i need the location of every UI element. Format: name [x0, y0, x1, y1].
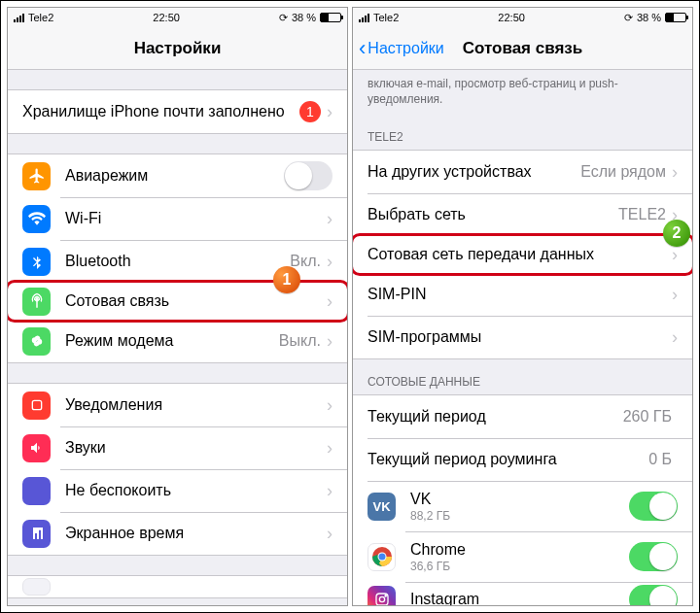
clock: 22:50	[498, 12, 525, 23]
sounds-label: Звуки	[65, 439, 327, 457]
screentime-label: Экранное время	[65, 525, 327, 542]
cellular-icon	[22, 288, 51, 316]
battery-icon	[320, 13, 341, 22]
roaming-period-value: 0 Б	[648, 451, 672, 468]
app-usage-instagram-row[interactable]: Instagram	[353, 582, 692, 605]
vk-data-toggle[interactable]	[629, 492, 678, 521]
back-button[interactable]: ‹ Настройки	[359, 38, 444, 59]
instagram-app-icon	[368, 586, 396, 605]
airplane-label: Авиарежим	[65, 167, 284, 185]
notifications-icon	[22, 392, 51, 420]
airplane-toggle[interactable]	[284, 161, 332, 190]
chevron-right-icon: ›	[327, 102, 332, 122]
storage-badge: 1	[299, 101, 321, 122]
chevron-right-icon: ›	[327, 524, 332, 544]
cellular-detail-list[interactable]: включая e-mail, просмотр веб-страниц и p…	[353, 70, 692, 605]
chrome-label: Chrome36,6 ГБ	[410, 541, 629, 573]
dnd-label: Не беспокоить	[65, 482, 327, 499]
select-network-row[interactable]: Выбрать сеть TELE2 ›	[353, 193, 692, 236]
chevron-right-icon: ›	[672, 285, 678, 305]
sim-apps-label: SIM-программы	[368, 328, 672, 346]
orientation-lock-icon: ⟳	[624, 12, 633, 24]
svg-point-5	[379, 597, 384, 602]
roaming-period-row[interactable]: Текущий период роуминга 0 Б	[353, 438, 692, 481]
nav-bar: Настройки	[8, 27, 347, 70]
wifi-row[interactable]: Wi-Fi ›	[8, 197, 347, 240]
sim-pin-label: SIM-PIN	[368, 286, 672, 303]
dnd-row[interactable]: Не беспокоить ›	[8, 469, 347, 512]
roaming-period-label: Текущий период роуминга	[368, 451, 648, 468]
current-period-value: 260 ГБ	[623, 408, 672, 426]
vk-app-icon: VK	[368, 493, 396, 521]
status-bar: Tele2 22:50 ⟳ 38 %	[8, 8, 347, 27]
cellular-data-network-label: Сотовая сеть передачи данных	[368, 246, 672, 263]
hotspot-icon	[22, 327, 51, 356]
bluetooth-value: Вкл.	[290, 253, 321, 270]
cellular-data-network-row[interactable]: Сотовая сеть передачи данных ›	[353, 233, 692, 276]
chevron-left-icon: ‹	[359, 38, 366, 59]
partial-row[interactable]	[8, 576, 347, 597]
carrier-label: Tele2	[373, 12, 399, 23]
carrier-label: Tele2	[28, 12, 53, 23]
orientation-lock-icon: ⟳	[279, 12, 288, 24]
notifications-label: Уведомления	[65, 396, 327, 414]
page-title: Настройки	[134, 39, 222, 58]
page-title: Сотовая связь	[463, 39, 583, 58]
section-header-cellular-data: СОТОВЫЕ ДАННЫЕ	[353, 359, 692, 394]
nav-bar: ‹ Настройки Сотовая связь	[353, 27, 692, 70]
chevron-right-icon: ›	[327, 209, 332, 229]
airplane-icon	[22, 162, 51, 190]
chevron-right-icon: ›	[327, 438, 332, 459]
battery-percent: 38 %	[292, 12, 316, 23]
chevron-right-icon: ›	[327, 331, 332, 352]
storage-warning-row[interactable]: Хранилище iPhone почти заполнено 1 ›	[8, 90, 347, 133]
bluetooth-label: Bluetooth	[65, 253, 290, 270]
other-devices-label: На других устройствах	[368, 163, 580, 181]
hotspot-row[interactable]: Режим модема Выкл. ›	[8, 320, 347, 362]
screentime-row[interactable]: Экранное время ›	[8, 512, 347, 555]
app-usage-vk-row[interactable]: VK VK88,2 ГБ	[353, 481, 692, 531]
svg-point-3	[378, 554, 385, 561]
svg-rect-0	[32, 400, 41, 409]
phone-left: Tele2 22:50 ⟳ 38 % Настройки Хранилище i…	[7, 7, 348, 606]
airplane-mode-row[interactable]: Авиарежим	[8, 154, 347, 197]
current-period-row[interactable]: Текущий период 260 ГБ	[353, 395, 692, 438]
clock: 22:50	[153, 12, 180, 23]
sim-pin-row[interactable]: SIM-PIN ›	[353, 273, 692, 316]
chevron-right-icon: ›	[672, 245, 678, 265]
notifications-row[interactable]: Уведомления ›	[8, 384, 347, 426]
annotation-callout-1: 1	[273, 266, 300, 293]
hotspot-label: Режим модема	[65, 332, 279, 350]
chevron-right-icon: ›	[327, 395, 332, 416]
signal-icon	[14, 13, 24, 22]
chevron-right-icon: ›	[327, 291, 332, 312]
screentime-icon	[22, 520, 51, 548]
wifi-label: Wi-Fi	[65, 210, 321, 227]
sounds-row[interactable]: Звуки ›	[8, 426, 347, 469]
chevron-right-icon: ›	[672, 327, 678, 348]
bluetooth-icon	[22, 248, 51, 276]
settings-list[interactable]: Хранилище iPhone почти заполнено 1 › Ави…	[8, 70, 347, 605]
cellular-label: Сотовая связь	[65, 292, 327, 310]
other-devices-value: Если рядом	[580, 163, 666, 181]
select-network-value: TELE2	[618, 206, 666, 223]
instagram-data-toggle[interactable]	[629, 585, 678, 605]
chevron-right-icon: ›	[672, 162, 678, 183]
chrome-app-icon	[368, 543, 396, 571]
current-period-label: Текущий период	[368, 408, 623, 426]
section-footer: включая e-mail, просмотр веб-страниц и p…	[353, 70, 692, 115]
chevron-right-icon: ›	[327, 252, 332, 272]
sounds-icon	[22, 434, 51, 462]
vk-label: VK88,2 ГБ	[410, 491, 629, 523]
svg-point-6	[385, 596, 386, 596]
back-label: Настройки	[368, 40, 443, 57]
chrome-data-toggle[interactable]	[629, 542, 678, 571]
sim-apps-row[interactable]: SIM-программы ›	[353, 316, 692, 358]
section-header-tele2: TELE2	[353, 115, 692, 150]
battery-icon	[665, 13, 686, 22]
wifi-icon	[22, 205, 51, 233]
chevron-right-icon: ›	[327, 481, 332, 501]
other-devices-row[interactable]: На других устройствах Если рядом ›	[353, 151, 692, 193]
app-usage-chrome-row[interactable]: Chrome36,6 ГБ	[353, 531, 692, 582]
signal-icon	[359, 13, 369, 22]
